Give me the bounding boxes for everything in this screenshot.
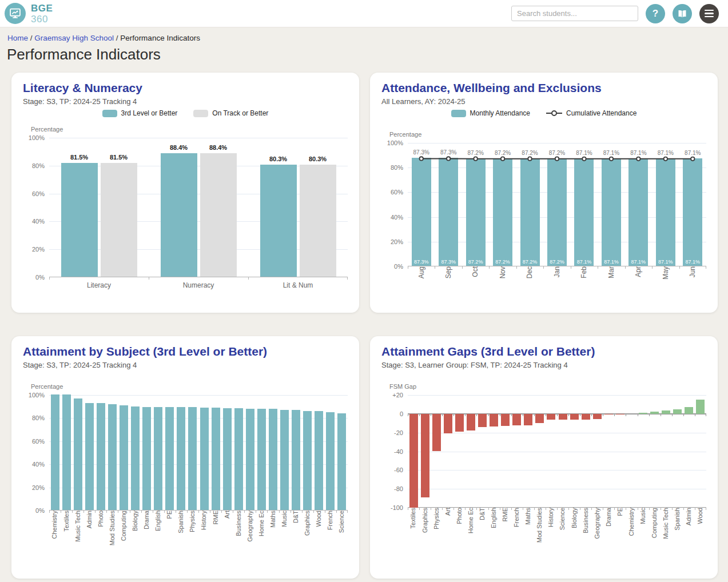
x-axis-label-text: May: [662, 266, 670, 280]
x-axis-label: Art: [442, 508, 453, 552]
x-axis-tick: [568, 507, 569, 510]
cumulative-value-label: 87.1%: [652, 150, 679, 156]
x-axis-tick: [49, 510, 50, 513]
x-axis-tick: [489, 266, 490, 269]
y-tick-label: 100%: [29, 134, 45, 141]
card-title-link[interactable]: Literacy & Numeracy: [23, 81, 142, 95]
x-axis-tick: [571, 266, 571, 269]
gap-bar-positive: [696, 400, 705, 414]
bar-on-track-or-better: [101, 163, 137, 277]
y-axis-title: Percentage: [31, 126, 348, 133]
x-axis-tick: [476, 507, 477, 510]
x-axis-label-text: D&T: [292, 511, 300, 523]
plot-area: [49, 395, 348, 511]
guide-button[interactable]: [673, 4, 692, 23]
zero-axis-tick: [511, 414, 512, 416]
x-axis-label: Numeracy: [149, 277, 248, 289]
x-axis-label-text: Graphics: [421, 508, 429, 533]
x-axis-label-text: Home Ec: [467, 508, 475, 533]
menu-button[interactable]: [699, 4, 719, 23]
subject-bar: [97, 403, 105, 510]
zero-axis-tick: [557, 414, 558, 416]
y-tick-label: 0%: [35, 274, 45, 281]
gridline: [408, 489, 706, 489]
x-axis-label-text: Geography: [594, 508, 601, 539]
x-axis-tick: [256, 510, 256, 513]
x-axis-label: Home Ec: [256, 511, 267, 555]
breadcrumb-link[interactable]: Graemsay High School: [34, 34, 114, 42]
bar-value-label-inside: 87.3%: [408, 259, 435, 265]
x-axis-label: May: [652, 266, 679, 290]
bar-value-label-inside: 87.3%: [435, 259, 462, 265]
x-axis-tick: [603, 507, 603, 510]
x-axis-tick: [106, 510, 107, 513]
monthly-attendance-bar: [466, 158, 486, 266]
x-axis-label-text: Geography: [246, 511, 254, 541]
x-axis-label-text: Maths: [269, 511, 277, 528]
x-axis-label-text: Art: [444, 508, 452, 516]
zero-axis-tick: [476, 414, 477, 416]
x-axis-label: Computing: [118, 511, 129, 555]
y-tick-label: -80: [394, 485, 403, 492]
x-axis-label: English: [153, 511, 164, 555]
x-axis-label-text: Computing: [651, 508, 658, 538]
subject-bar: [51, 394, 59, 510]
help-icon: ?: [653, 8, 658, 19]
x-axis-tick: [679, 266, 680, 269]
card-subtitle: Stage: S3, TP: 2024-25 Tracking 4: [23, 97, 348, 106]
x-axis-tick: [244, 510, 245, 513]
x-axis-tick: [672, 507, 673, 510]
x-axis-tick: [419, 507, 420, 510]
bar-value-label-inside: 87.1%: [625, 259, 652, 265]
card-title-link[interactable]: Attainment Gaps (3rd Level or Better): [381, 345, 595, 358]
x-axis-tick: [625, 266, 626, 269]
breadcrumb-current: Performance Indicators: [120, 34, 200, 42]
x-axis-label-text: History: [547, 508, 555, 527]
x-axis-label: Chemistry: [626, 508, 637, 552]
monthly-attendance-bar: [547, 158, 567, 266]
subject-bar: [246, 409, 254, 510]
x-axis-tick: [652, 266, 653, 269]
y-tick-label: +20: [392, 392, 403, 398]
subject-bar: [177, 407, 185, 510]
x-axis-tick: [267, 510, 268, 513]
x-axis-tick: [626, 507, 626, 510]
gridline: [408, 452, 706, 452]
cumulative-value-label: 87.1%: [625, 150, 652, 156]
monthly-attendance-bar: [520, 158, 540, 266]
legend-label: On Track or Better: [212, 109, 268, 117]
bge360-logo-icon[interactable]: [5, 3, 26, 24]
monthly-attendance-bar: [493, 158, 512, 266]
gap-bar-positive: [639, 413, 647, 414]
x-axis-tick: [198, 510, 199, 513]
x-axis-label: Business: [580, 508, 591, 552]
gap-bar-positive: [673, 409, 682, 414]
x-axis-label-text: Maths: [524, 508, 532, 525]
x-axis-labels: TextilesGraphicsPhysicsArtPhotoHome EcD&…: [408, 508, 706, 552]
logo-line1: BGE: [31, 3, 53, 13]
zero-axis-tick: [442, 414, 443, 416]
bar-value-label-inside: 87.2%: [543, 259, 570, 265]
card-title-link[interactable]: Attainment by Subject (3rd Level or Bett…: [23, 345, 267, 358]
zero-axis-tick: [649, 414, 650, 416]
monthly-attendance-bar: [439, 158, 458, 266]
y-tick-label: 60%: [32, 190, 45, 197]
gridline: [49, 395, 348, 396]
zero-axis-tick: [431, 414, 431, 416]
gap-bar-negative: [547, 414, 555, 420]
help-button[interactable]: ?: [646, 4, 665, 23]
breadcrumb-link[interactable]: Home: [7, 34, 28, 42]
card-title-link[interactable]: Attendance, Wellbeing and Exclusions: [381, 81, 602, 95]
logo-text: BGE 360: [31, 3, 53, 24]
bar-value-label: 88.4%: [193, 144, 244, 151]
y-tick-label: 80%: [391, 164, 403, 171]
search-input[interactable]: [511, 6, 638, 21]
breadcrumb: Home / Graemsay High School / Performanc…: [7, 34, 717, 42]
x-axis-label-text: Science: [338, 511, 345, 533]
subject-bar: [188, 407, 197, 510]
plot-area: 81.5%81.5%88.4%88.4%80.3%80.3%: [49, 138, 348, 277]
x-axis-tick: [511, 507, 512, 510]
x-axis-label: RME: [500, 508, 511, 552]
x-axis-label-text: French: [513, 508, 520, 527]
x-axis-label-text: Music Tech: [662, 508, 670, 539]
